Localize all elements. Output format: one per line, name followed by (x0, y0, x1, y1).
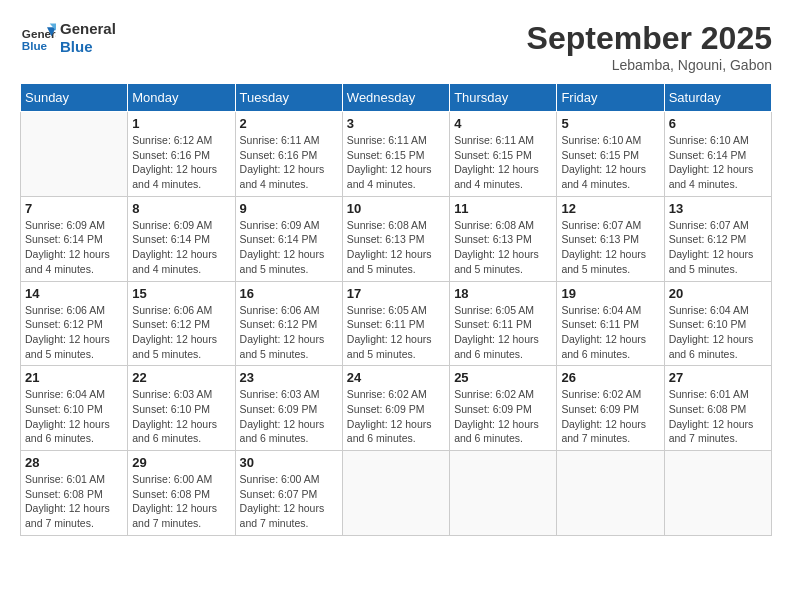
day-info: Sunrise: 6:00 AM Sunset: 6:07 PM Dayligh… (240, 472, 338, 531)
day-number: 12 (561, 201, 659, 216)
weekday-header-saturday: Saturday (664, 84, 771, 112)
day-number: 26 (561, 370, 659, 385)
calendar-week-row: 28Sunrise: 6:01 AM Sunset: 6:08 PM Dayli… (21, 451, 772, 536)
calendar-cell: 13Sunrise: 6:07 AM Sunset: 6:12 PM Dayli… (664, 196, 771, 281)
day-info: Sunrise: 6:11 AM Sunset: 6:16 PM Dayligh… (240, 133, 338, 192)
calendar-cell: 11Sunrise: 6:08 AM Sunset: 6:13 PM Dayli… (450, 196, 557, 281)
day-info: Sunrise: 6:05 AM Sunset: 6:11 PM Dayligh… (347, 303, 445, 362)
calendar-cell: 15Sunrise: 6:06 AM Sunset: 6:12 PM Dayli… (128, 281, 235, 366)
day-number: 25 (454, 370, 552, 385)
day-number: 15 (132, 286, 230, 301)
day-info: Sunrise: 6:01 AM Sunset: 6:08 PM Dayligh… (669, 387, 767, 446)
day-number: 23 (240, 370, 338, 385)
day-number: 1 (132, 116, 230, 131)
day-number: 19 (561, 286, 659, 301)
day-info: Sunrise: 6:10 AM Sunset: 6:15 PM Dayligh… (561, 133, 659, 192)
weekday-header-monday: Monday (128, 84, 235, 112)
calendar-cell: 29Sunrise: 6:00 AM Sunset: 6:08 PM Dayli… (128, 451, 235, 536)
calendar-cell: 18Sunrise: 6:05 AM Sunset: 6:11 PM Dayli… (450, 281, 557, 366)
logo-general-text: General (60, 20, 116, 38)
day-info: Sunrise: 6:12 AM Sunset: 6:16 PM Dayligh… (132, 133, 230, 192)
day-info: Sunrise: 6:04 AM Sunset: 6:11 PM Dayligh… (561, 303, 659, 362)
location-title: Lebamba, Ngouni, Gabon (527, 57, 772, 73)
calendar-cell: 20Sunrise: 6:04 AM Sunset: 6:10 PM Dayli… (664, 281, 771, 366)
calendar-cell (21, 112, 128, 197)
day-number: 21 (25, 370, 123, 385)
calendar-cell: 9Sunrise: 6:09 AM Sunset: 6:14 PM Daylig… (235, 196, 342, 281)
day-info: Sunrise: 6:02 AM Sunset: 6:09 PM Dayligh… (454, 387, 552, 446)
day-info: Sunrise: 6:04 AM Sunset: 6:10 PM Dayligh… (669, 303, 767, 362)
calendar-week-row: 14Sunrise: 6:06 AM Sunset: 6:12 PM Dayli… (21, 281, 772, 366)
day-number: 11 (454, 201, 552, 216)
day-info: Sunrise: 6:07 AM Sunset: 6:13 PM Dayligh… (561, 218, 659, 277)
day-number: 24 (347, 370, 445, 385)
day-number: 17 (347, 286, 445, 301)
calendar-cell: 10Sunrise: 6:08 AM Sunset: 6:13 PM Dayli… (342, 196, 449, 281)
day-number: 2 (240, 116, 338, 131)
day-number: 27 (669, 370, 767, 385)
calendar-cell: 30Sunrise: 6:00 AM Sunset: 6:07 PM Dayli… (235, 451, 342, 536)
logo-blue-text: Blue (60, 38, 116, 56)
calendar-cell: 23Sunrise: 6:03 AM Sunset: 6:09 PM Dayli… (235, 366, 342, 451)
day-info: Sunrise: 6:01 AM Sunset: 6:08 PM Dayligh… (25, 472, 123, 531)
title-block: September 2025 Lebamba, Ngouni, Gabon (527, 20, 772, 73)
calendar-cell: 1Sunrise: 6:12 AM Sunset: 6:16 PM Daylig… (128, 112, 235, 197)
logo-icon: General Blue (20, 20, 56, 56)
calendar-cell: 16Sunrise: 6:06 AM Sunset: 6:12 PM Dayli… (235, 281, 342, 366)
day-number: 18 (454, 286, 552, 301)
day-info: Sunrise: 6:06 AM Sunset: 6:12 PM Dayligh… (240, 303, 338, 362)
calendar-cell: 28Sunrise: 6:01 AM Sunset: 6:08 PM Dayli… (21, 451, 128, 536)
day-number: 14 (25, 286, 123, 301)
calendar-cell: 27Sunrise: 6:01 AM Sunset: 6:08 PM Dayli… (664, 366, 771, 451)
day-info: Sunrise: 6:09 AM Sunset: 6:14 PM Dayligh… (240, 218, 338, 277)
day-number: 13 (669, 201, 767, 216)
day-info: Sunrise: 6:03 AM Sunset: 6:10 PM Dayligh… (132, 387, 230, 446)
day-info: Sunrise: 6:09 AM Sunset: 6:14 PM Dayligh… (132, 218, 230, 277)
calendar-cell: 6Sunrise: 6:10 AM Sunset: 6:14 PM Daylig… (664, 112, 771, 197)
calendar-cell (557, 451, 664, 536)
day-info: Sunrise: 6:02 AM Sunset: 6:09 PM Dayligh… (561, 387, 659, 446)
day-info: Sunrise: 6:04 AM Sunset: 6:10 PM Dayligh… (25, 387, 123, 446)
day-info: Sunrise: 6:07 AM Sunset: 6:12 PM Dayligh… (669, 218, 767, 277)
calendar-cell: 25Sunrise: 6:02 AM Sunset: 6:09 PM Dayli… (450, 366, 557, 451)
day-info: Sunrise: 6:08 AM Sunset: 6:13 PM Dayligh… (347, 218, 445, 277)
calendar-cell: 4Sunrise: 6:11 AM Sunset: 6:15 PM Daylig… (450, 112, 557, 197)
day-info: Sunrise: 6:11 AM Sunset: 6:15 PM Dayligh… (454, 133, 552, 192)
day-info: Sunrise: 6:11 AM Sunset: 6:15 PM Dayligh… (347, 133, 445, 192)
calendar-cell: 5Sunrise: 6:10 AM Sunset: 6:15 PM Daylig… (557, 112, 664, 197)
day-number: 8 (132, 201, 230, 216)
calendar-cell (450, 451, 557, 536)
day-number: 29 (132, 455, 230, 470)
calendar-cell: 2Sunrise: 6:11 AM Sunset: 6:16 PM Daylig… (235, 112, 342, 197)
day-number: 20 (669, 286, 767, 301)
calendar-cell: 19Sunrise: 6:04 AM Sunset: 6:11 PM Dayli… (557, 281, 664, 366)
calendar-cell: 7Sunrise: 6:09 AM Sunset: 6:14 PM Daylig… (21, 196, 128, 281)
day-info: Sunrise: 6:03 AM Sunset: 6:09 PM Dayligh… (240, 387, 338, 446)
calendar-cell: 12Sunrise: 6:07 AM Sunset: 6:13 PM Dayli… (557, 196, 664, 281)
svg-text:Blue: Blue (22, 39, 48, 52)
weekday-header-friday: Friday (557, 84, 664, 112)
calendar-cell: 26Sunrise: 6:02 AM Sunset: 6:09 PM Dayli… (557, 366, 664, 451)
weekday-header-sunday: Sunday (21, 84, 128, 112)
day-number: 28 (25, 455, 123, 470)
weekday-header-row: SundayMondayTuesdayWednesdayThursdayFrid… (21, 84, 772, 112)
weekday-header-thursday: Thursday (450, 84, 557, 112)
weekday-header-wednesday: Wednesday (342, 84, 449, 112)
calendar-cell: 3Sunrise: 6:11 AM Sunset: 6:15 PM Daylig… (342, 112, 449, 197)
calendar-cell: 22Sunrise: 6:03 AM Sunset: 6:10 PM Dayli… (128, 366, 235, 451)
calendar-cell: 8Sunrise: 6:09 AM Sunset: 6:14 PM Daylig… (128, 196, 235, 281)
calendar-table: SundayMondayTuesdayWednesdayThursdayFrid… (20, 83, 772, 536)
day-info: Sunrise: 6:10 AM Sunset: 6:14 PM Dayligh… (669, 133, 767, 192)
day-number: 30 (240, 455, 338, 470)
day-number: 16 (240, 286, 338, 301)
calendar-week-row: 7Sunrise: 6:09 AM Sunset: 6:14 PM Daylig… (21, 196, 772, 281)
weekday-header-tuesday: Tuesday (235, 84, 342, 112)
day-number: 10 (347, 201, 445, 216)
day-info: Sunrise: 6:00 AM Sunset: 6:08 PM Dayligh… (132, 472, 230, 531)
calendar-cell: 24Sunrise: 6:02 AM Sunset: 6:09 PM Dayli… (342, 366, 449, 451)
day-info: Sunrise: 6:06 AM Sunset: 6:12 PM Dayligh… (132, 303, 230, 362)
day-number: 22 (132, 370, 230, 385)
day-number: 7 (25, 201, 123, 216)
month-title: September 2025 (527, 20, 772, 57)
day-info: Sunrise: 6:02 AM Sunset: 6:09 PM Dayligh… (347, 387, 445, 446)
